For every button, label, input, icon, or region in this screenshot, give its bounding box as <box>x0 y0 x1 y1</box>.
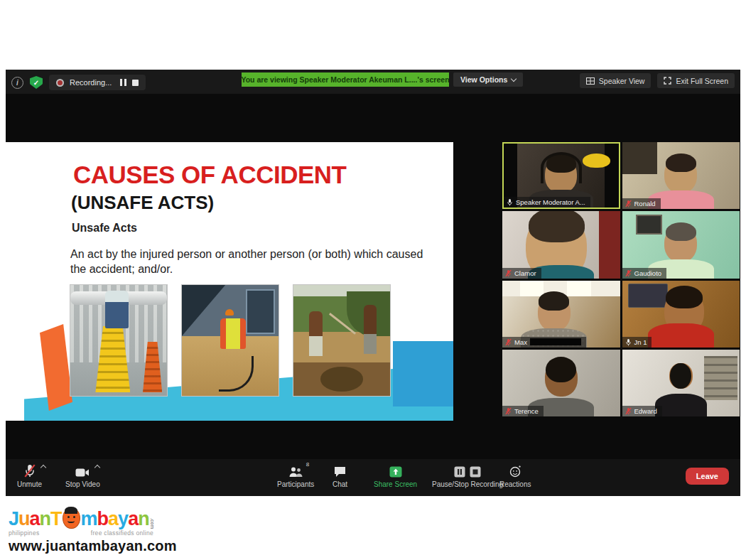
logo-letter: a <box>30 508 40 529</box>
participant-name-label: Max <box>502 337 586 348</box>
participant-name: Terence <box>514 407 539 415</box>
logo-letter: m <box>81 508 97 529</box>
watermark-url: www.juantambayan.com <box>9 538 158 554</box>
unmute-options-caret[interactable] <box>40 465 45 470</box>
participant-tile[interactable]: Jn 1 <box>622 281 740 348</box>
juantambayan-watermark: JuanT mbayan .com philippines free class… <box>9 503 158 554</box>
slide-subtitle: (UNSAFE ACTS) <box>71 192 214 214</box>
participant-name-label: Terence <box>502 406 544 416</box>
mic-status-icon <box>625 407 632 415</box>
name-redaction-bar <box>530 338 581 345</box>
stop-recording-icon[interactable] <box>132 80 139 86</box>
muted-mic-icon <box>24 464 36 478</box>
viewing-screen-banner: You are viewing Speaker Moderator Akeuma… <box>242 72 449 87</box>
slide-blue-rectangle-decoration <box>393 341 453 406</box>
participant-name: Ronald <box>634 200 656 208</box>
mic-status-icon <box>507 198 513 206</box>
participant-name: Max <box>514 338 527 346</box>
participant-name: Jn 1 <box>634 338 647 346</box>
meeting-top-bar: i ✓ Recording... You are viewing Speaker… <box>6 70 740 94</box>
logo-letter: n <box>40 508 51 529</box>
recording-dot-icon <box>56 79 64 87</box>
info-icon[interactable]: i <box>11 77 23 89</box>
mic-status-icon <box>505 269 512 277</box>
unmute-label: Unmute <box>17 480 42 488</box>
chat-button[interactable]: Chat <box>333 464 347 488</box>
participant-tile[interactable]: Clamor <box>502 211 620 278</box>
reactions-button[interactable]: Reactions <box>499 464 531 488</box>
speaker-view-button[interactable]: Speaker View <box>580 73 652 88</box>
meeting-content-area: CAUSES OF ACCIDENT (UNSAFE ACTS) Unsafe … <box>6 94 740 459</box>
participant-name: Speaker Moderator A... <box>516 198 585 206</box>
participants-button[interactable]: 8 Participants <box>277 464 314 488</box>
logo-letter: y <box>118 508 128 529</box>
screenshot-page: i ✓ Recording... You are viewing Speaker… <box>0 0 746 560</box>
slide-photo-diggers <box>293 284 391 397</box>
slide-photo-hivis-worker <box>181 284 279 397</box>
chevron-down-icon <box>511 75 517 81</box>
zoom-meeting-window: i ✓ Recording... You are viewing Speaker… <box>6 70 740 496</box>
slide-body-text: An act by the injured person or another … <box>70 247 426 276</box>
participant-name-label: Speaker Moderator A... <box>504 197 590 208</box>
share-screen-label: Share Screen <box>374 480 417 488</box>
leave-button[interactable]: Leave <box>686 468 729 485</box>
slide-photo-ladder <box>70 284 168 397</box>
logo-taglines: philippines free classifieds online <box>9 529 153 537</box>
participants-count-badge: 8 <box>306 461 309 468</box>
participant-name-label: Ronald <box>622 198 661 209</box>
video-options-caret[interactable] <box>94 465 100 470</box>
exit-full-screen-icon <box>664 77 671 85</box>
participant-grid: Speaker Moderator A... <box>502 142 740 416</box>
tagline-philippines: philippines <box>9 529 39 537</box>
exit-full-screen-label: Exit Full Screen <box>676 77 728 85</box>
share-screen-button[interactable]: Share Screen <box>374 464 417 488</box>
tagline-classifieds: free classifieds online <box>91 529 153 537</box>
participants-label: Participants <box>277 480 314 488</box>
juantambayan-logo: JuanT mbayan .com <box>9 503 158 529</box>
logo-suffix: .com <box>150 518 155 529</box>
pause-recording-icon[interactable] <box>120 79 126 86</box>
recording-label: Recording... <box>70 78 112 87</box>
participant-tile[interactable]: Gaudioto <box>622 211 740 278</box>
mic-status-icon <box>625 200 632 208</box>
stop-recording-toolbar-icon[interactable] <box>470 466 481 478</box>
logo-letter: J <box>9 508 18 529</box>
pause-stop-recording-label: Pause/Stop Recording <box>432 480 503 488</box>
view-options-button[interactable]: View Options <box>453 72 523 87</box>
mic-status-icon <box>625 338 632 346</box>
participant-tile[interactable]: Max <box>502 281 620 348</box>
unmute-button[interactable]: Unmute <box>17 464 42 488</box>
encryption-shield-icon[interactable]: ✓ <box>30 76 43 89</box>
logo-letters-after: mbayan <box>81 510 149 529</box>
participants-icon: 8 <box>288 464 303 478</box>
logo-letter: b <box>97 508 109 529</box>
meeting-toolbar: Unmute Stop Video <box>6 459 740 496</box>
participant-name-label: Clamor <box>502 268 541 279</box>
pause-stop-recording-button[interactable]: Pause/Stop Recording <box>432 464 503 488</box>
participant-name-label: Jn 1 <box>622 337 652 348</box>
mic-status-icon <box>625 269 632 277</box>
stop-video-label: Stop Video <box>65 480 100 488</box>
participant-tile[interactable]: Speaker Moderator A... <box>502 142 620 209</box>
chat-label: Chat <box>333 480 347 488</box>
grid-view-icon <box>586 77 595 85</box>
participant-tile[interactable]: Edward <box>622 350 740 416</box>
participant-name: Edward <box>634 407 657 415</box>
logo-letter: a <box>108 508 118 529</box>
camera-icon <box>75 464 90 478</box>
stop-video-button[interactable]: Stop Video <box>65 464 100 488</box>
logo-letter: n <box>138 508 149 529</box>
top-bar-left-group: i ✓ Recording... <box>11 75 146 90</box>
slide-heading: Unsafe Acts <box>72 222 137 235</box>
slide-title: CAUSES OF ACCIDENT <box>73 161 346 189</box>
participant-name-label: Edward <box>622 406 662 416</box>
recording-indicator: Recording... <box>49 75 146 90</box>
share-screen-icon <box>389 464 402 478</box>
participant-tile[interactable]: Ronald <box>622 142 740 209</box>
pause-recording-toolbar-icon[interactable] <box>454 466 465 478</box>
mic-status-icon <box>505 407 512 415</box>
mic-status-icon <box>505 338 512 346</box>
participant-tile[interactable]: Terence <box>502 350 620 416</box>
top-bar-right-group: Speaker View Exit Full Screen <box>580 73 735 88</box>
exit-full-screen-button[interactable]: Exit Full Screen <box>657 73 735 88</box>
